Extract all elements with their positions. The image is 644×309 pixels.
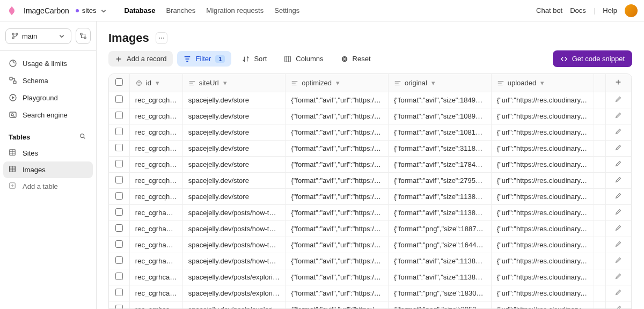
edit-row-button[interactable]: [605, 92, 631, 108]
table-row[interactable]: rec_cgrcqhlsg...spacejelly.dev/store{"fo…: [109, 108, 632, 124]
cell-siteurl[interactable]: spacejelly.dev/posts/how-to-us...: [182, 205, 286, 221]
edit-row-button[interactable]: [605, 221, 631, 237]
col-header-optimized[interactable]: optimized▾: [286, 74, 389, 92]
cell-uploaded[interactable]: {"url":"https://res.cloudinary.co...: [491, 205, 594, 221]
edit-row-button[interactable]: [605, 124, 631, 141]
cell-original[interactable]: {"format":"avif","size":113889,"ur...: [389, 253, 492, 269]
cell-uploaded[interactable]: {"url":"https://res.cloudinary.co...: [491, 269, 594, 285]
edit-row-button[interactable]: [605, 285, 631, 301]
columns-button[interactable]: Columns: [277, 51, 330, 67]
row-checkbox[interactable]: [115, 112, 123, 119]
cell-id[interactable]: rec_cgrhca7ju...: [129, 301, 182, 310]
edit-row-button[interactable]: [605, 205, 631, 221]
table-row[interactable]: rec_cgrhaqet...spacejelly.dev/posts/how-…: [109, 221, 632, 237]
sidebar-item-playground[interactable]: Playground: [3, 90, 93, 106]
cell-original[interactable]: {"format":"png","size":205396,"ur...: [389, 301, 492, 310]
table-row[interactable]: rec_cgrcqhlsg...spacejelly.dev/store{"fo…: [109, 124, 632, 141]
table-row[interactable]: rec_cgrhaqet...spacejelly.dev/posts/how-…: [109, 237, 632, 253]
row-checkbox[interactable]: [115, 305, 123, 309]
table-row[interactable]: rec_cgrcqhlsg...spacejelly.dev/store{"fo…: [109, 173, 632, 189]
cell-optimized[interactable]: {"format":"avif","url":"https://res...: [286, 108, 389, 124]
edit-row-button[interactable]: [605, 269, 631, 285]
cell-uploaded[interactable]: {"url":"https://res.cloudinary.co...: [491, 92, 594, 108]
cell-id[interactable]: rec_cgrhaqet...: [129, 221, 182, 237]
nav-settings[interactable]: Settings: [274, 6, 299, 14]
row-select-cell[interactable]: [109, 285, 129, 301]
cell-uploaded[interactable]: {"url":"https://res.cloudinary.co...: [491, 157, 594, 173]
cell-optimized[interactable]: {"format":"avif","url":"https://res...: [286, 157, 389, 173]
cell-optimized[interactable]: {"format":"avif","url":"https://res...: [286, 92, 389, 108]
row-checkbox[interactable]: [115, 95, 123, 103]
cell-siteurl[interactable]: spacejelly.dev/store: [182, 157, 286, 173]
cell-optimized[interactable]: {"format":"avif","url":"https://res...: [286, 173, 389, 189]
row-select-cell[interactable]: [109, 141, 129, 157]
table-row[interactable]: rec_cgrhaqet...spacejelly.dev/posts/how-…: [109, 253, 632, 269]
table-row[interactable]: rec_cgrhca7ju...spacejelly.dev/posts/exp…: [109, 285, 632, 301]
cell-siteurl[interactable]: spacejelly.dev/store: [182, 173, 286, 189]
cell-uploaded[interactable]: {"url":"https://res.cloudinary.co...: [491, 124, 594, 141]
row-checkbox[interactable]: [115, 144, 123, 151]
table-row[interactable]: rec_cgrcqhlsg...spacejelly.dev/store{"fo…: [109, 92, 632, 108]
cell-optimized[interactable]: {"format":"avif","url":"https://res...: [286, 124, 389, 141]
cell-siteurl[interactable]: spacejelly.dev/store: [182, 189, 286, 205]
cell-original[interactable]: {"format":"avif","size":31188,"ur...: [389, 141, 492, 157]
cell-id[interactable]: rec_cgrcqhlsg...: [129, 124, 182, 141]
row-select-cell[interactable]: [109, 108, 129, 124]
add-column-button[interactable]: [605, 74, 631, 92]
row-select-cell[interactable]: [109, 189, 129, 205]
edit-row-button[interactable]: [605, 189, 631, 205]
cell-optimized[interactable]: {"format":"avif","url":"https://res...: [286, 301, 389, 310]
table-row[interactable]: rec_cgrcqhlsg...spacejelly.dev/store{"fo…: [109, 189, 632, 205]
cell-original[interactable]: {"format":"avif","size":113889,"ur...: [389, 205, 492, 221]
cell-id[interactable]: rec_cgrhaqet...: [129, 253, 182, 269]
col-header-original[interactable]: original▾: [389, 74, 492, 92]
search-icon[interactable]: [79, 133, 87, 142]
avatar[interactable]: [625, 4, 638, 17]
edit-row-button[interactable]: [605, 141, 631, 157]
row-checkbox[interactable]: [115, 128, 123, 135]
cell-optimized[interactable]: {"format":"avif","url":"https://res...: [286, 221, 389, 237]
table-row[interactable]: rec_cgrcqhlsg...spacejelly.dev/store{"fo…: [109, 141, 632, 157]
filter-button[interactable]: Filter1: [177, 51, 231, 67]
row-select-cell[interactable]: [109, 157, 129, 173]
cell-siteurl[interactable]: spacejelly.dev/store: [182, 92, 286, 108]
table-item-images[interactable]: Images: [3, 161, 93, 178]
cell-siteurl[interactable]: spacejelly.dev/store: [182, 108, 286, 124]
cell-id[interactable]: rec_cgrcqhlsg...: [129, 141, 182, 157]
cell-siteurl[interactable]: spacejelly.dev/posts/exploring-...: [182, 301, 286, 310]
cell-uploaded[interactable]: {"url":"https://res.cloudinary.co...: [491, 285, 594, 301]
table-row[interactable]: rec_cgrhca7ju...spacejelly.dev/posts/exp…: [109, 301, 632, 310]
cell-siteurl[interactable]: spacejelly.dev/posts/exploring-...: [182, 285, 286, 301]
cell-original[interactable]: {"format":"avif","size":108169,"ur...: [389, 124, 492, 141]
row-select-cell[interactable]: [109, 205, 129, 221]
cell-siteurl[interactable]: spacejelly.dev/posts/how-to-us...: [182, 237, 286, 253]
cell-siteurl[interactable]: spacejelly.dev/posts/how-to-us...: [182, 253, 286, 269]
cell-original[interactable]: {"format":"avif","size":17848,"ur...: [389, 157, 492, 173]
nav-database[interactable]: Database: [125, 6, 156, 14]
cell-uploaded[interactable]: {"url":"https://res.cloudinary.co...: [491, 108, 594, 124]
cell-original[interactable]: {"format":"png","size":188774,"ur...: [389, 221, 492, 237]
select-all-checkbox[interactable]: [115, 78, 123, 86]
cell-id[interactable]: rec_cgrcqhlsg...: [129, 173, 182, 189]
help-link[interactable]: Help: [603, 6, 617, 14]
cell-uploaded[interactable]: {"url":"https://res.cloudinary.co...: [491, 173, 594, 189]
add-table-button[interactable]: Add a table: [3, 178, 93, 195]
sidebar-item-search[interactable]: Search engine: [3, 107, 93, 123]
row-checkbox[interactable]: [115, 240, 123, 248]
row-select-cell[interactable]: [109, 92, 129, 108]
row-checkbox[interactable]: [115, 273, 123, 280]
cell-original[interactable]: {"format":"png","size":183077,"ur...: [389, 285, 492, 301]
table-item-sites[interactable]: Sites: [3, 145, 93, 161]
cell-id[interactable]: rec_cgrhca7ju...: [129, 269, 182, 285]
row-select-cell[interactable]: [109, 301, 129, 310]
cell-optimized[interactable]: {"format":"avif","url":"https://res...: [286, 237, 389, 253]
cell-original[interactable]: {"format":"avif","size":10896,"ur...: [389, 108, 492, 124]
add-record-button[interactable]: Add a record: [108, 51, 173, 67]
row-select-cell[interactable]: [109, 237, 129, 253]
cell-optimized[interactable]: {"format":"avif","url":"https://res...: [286, 253, 389, 269]
row-select-cell[interactable]: [109, 269, 129, 285]
edit-row-button[interactable]: [605, 108, 631, 124]
cell-uploaded[interactable]: {"url":"https://res.cloudinary.co...: [491, 237, 594, 253]
col-header-id[interactable]: id▾: [129, 74, 182, 92]
table-row[interactable]: rec_cgrcqhlsg...spacejelly.dev/store{"fo…: [109, 157, 632, 173]
